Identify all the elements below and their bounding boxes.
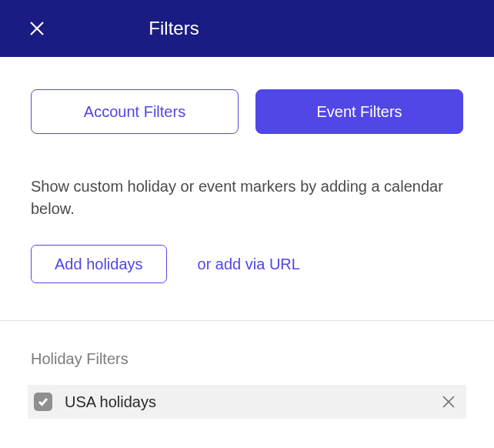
- tab-account-filters[interactable]: Account Filters: [31, 89, 239, 134]
- close-icon: [28, 20, 45, 37]
- panel-header: Filters: [0, 0, 494, 57]
- add-via-url-label: or add via URL: [198, 256, 300, 272]
- panel-title: Filters: [149, 18, 199, 39]
- tab-account-label: Account Filters: [84, 103, 185, 121]
- add-holidays-label: Add holidays: [55, 256, 143, 273]
- tab-event-filters[interactable]: Event Filters: [255, 89, 463, 134]
- actions-row: Add holidays or add via URL: [0, 220, 494, 320]
- section-label: Holiday Filters: [0, 321, 494, 385]
- close-icon: [442, 395, 456, 409]
- close-button[interactable]: [26, 18, 48, 39]
- checkmark-icon: [38, 397, 48, 406]
- filter-row: USA holidays: [28, 385, 466, 419]
- filter-checkbox[interactable]: [34, 393, 52, 411]
- add-holidays-button[interactable]: Add holidays: [31, 245, 167, 283]
- add-via-url-link[interactable]: or add via URL: [198, 256, 300, 273]
- tab-event-label: Event Filters: [316, 103, 402, 121]
- remove-filter-button[interactable]: [440, 393, 457, 410]
- filter-label: USA holidays: [65, 393, 440, 411]
- description-text: Show custom holiday or event markers by …: [0, 134, 494, 220]
- tabs-row: Account Filters Event Filters: [0, 57, 494, 134]
